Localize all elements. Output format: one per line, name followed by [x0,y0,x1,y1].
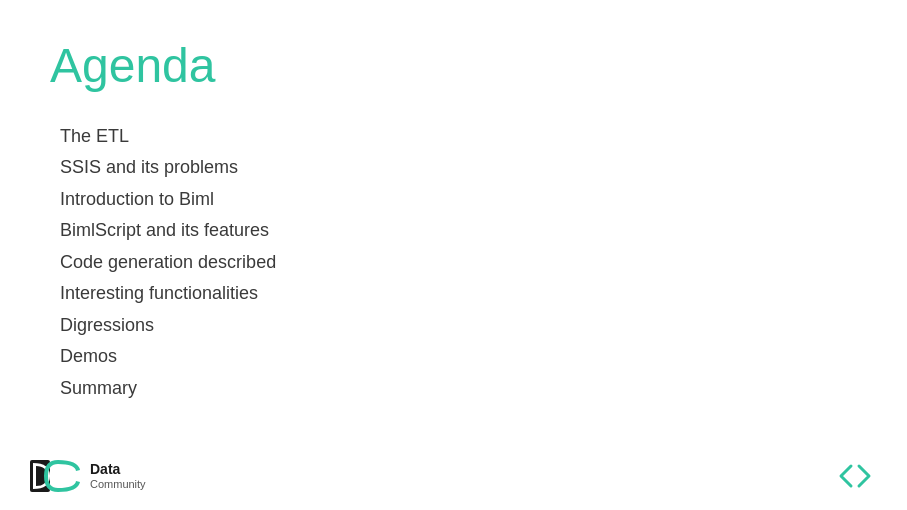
agenda-item: Introduction to Biml [60,184,857,216]
agenda-item: Code generation described [60,247,857,279]
agenda-item: Interesting functionalities [60,278,857,310]
logo: Data Community [30,460,146,492]
nav-arrows[interactable] [833,462,877,490]
agenda-item: Digressions [60,310,857,342]
logo-data-label: Data [90,462,146,477]
agenda-item: The ETL [60,121,857,153]
navigation-arrows-icon[interactable] [833,462,877,490]
agenda-item: BimlScript and its features [60,215,857,247]
logo-text: Data Community [90,462,146,489]
logo-community-label: Community [90,478,146,490]
logo-svg [30,460,82,492]
agenda-item: Summary [60,373,857,405]
agenda-item: SSIS and its problems [60,152,857,184]
agenda-item: Demos [60,341,857,373]
slide-title: Agenda [50,40,857,93]
slide-container: Agenda The ETLSSIS and its problemsIntro… [0,0,907,510]
agenda-list: The ETLSSIS and its problemsIntroduction… [60,121,857,405]
bottom-bar: Data Community [30,460,877,492]
